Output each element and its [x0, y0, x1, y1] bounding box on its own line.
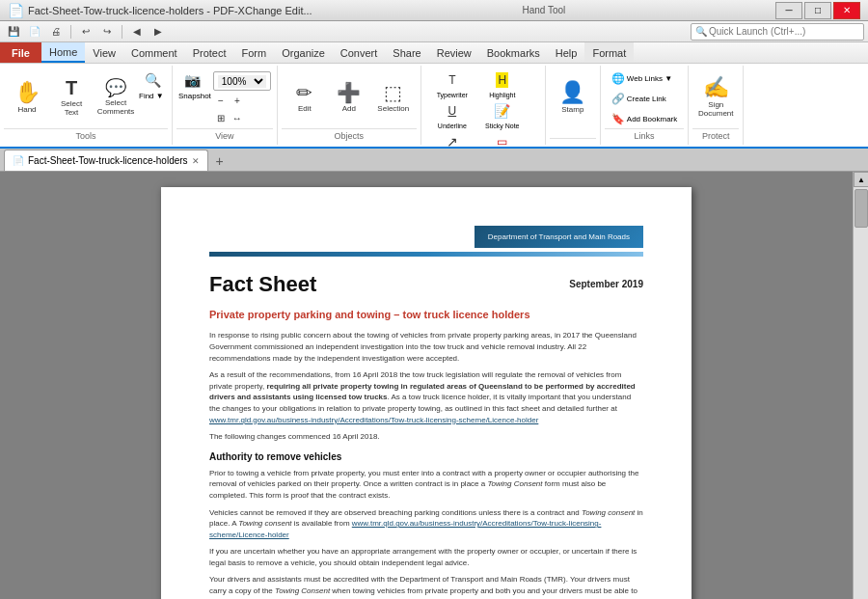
- menu-review[interactable]: Review: [429, 42, 479, 63]
- menu-help[interactable]: Help: [548, 42, 585, 63]
- typewriter-icon: T: [448, 73, 455, 87]
- quick-launch-search[interactable]: 🔍: [691, 23, 864, 41]
- qa-save-btn[interactable]: 💾: [4, 23, 23, 41]
- add-bookmark-button[interactable]: 🔖 Add Bookmark: [607, 110, 682, 128]
- pdf-title: Fact Sheet: [209, 270, 316, 300]
- underline-icon: U: [448, 104, 456, 118]
- ribbon-tools-content: ✋ Hand T SelectText 💬 SelectComments 🔍 F…: [4, 68, 168, 128]
- qa-undo-btn[interactable]: ↩: [76, 23, 95, 41]
- menu-bookmarks[interactable]: Bookmarks: [479, 42, 548, 63]
- quick-launch-input[interactable]: [709, 26, 844, 37]
- snapshot-button[interactable]: 📷: [178, 69, 205, 91]
- ribbon-objects-content: ✏ Edit ➕ Add ⬚ Selection: [282, 68, 417, 128]
- zoom-out-button[interactable]: −: [213, 93, 229, 108]
- doc-tab-close[interactable]: ✕: [192, 156, 200, 166]
- arrow-button[interactable]: ↗: [439, 131, 466, 149]
- qa-new-btn[interactable]: 📄: [25, 23, 44, 41]
- find-icon: 🔍: [145, 72, 161, 88]
- snapshot-icon: 📷: [184, 72, 201, 88]
- select-text-button[interactable]: T SelectText: [50, 69, 93, 125]
- select-comments-button[interactable]: 💬 SelectComments: [95, 69, 137, 125]
- create-link-button[interactable]: 🔗 Create Link: [607, 90, 671, 108]
- ribbon-group-tools: ✋ Hand T SelectText 💬 SelectComments 🔍 F…: [0, 66, 173, 145]
- typewriter-button[interactable]: T: [439, 69, 466, 91]
- sign-document-button[interactable]: ✍ SignDocument: [694, 69, 737, 125]
- hand-tool-button[interactable]: ✋ Hand: [6, 69, 48, 125]
- maximize-button[interactable]: □: [804, 2, 831, 19]
- fit-width-button[interactable]: ↔: [230, 110, 245, 125]
- ribbon-group-view: 📷 Snapshot 100% 75% 150% − + ⊞: [173, 66, 278, 145]
- vertical-scrollbar[interactable]: ▲ ▼: [853, 172, 868, 599]
- snapshot-label: Snapshot: [178, 92, 211, 100]
- rectangle-button[interactable]: ▭: [489, 131, 516, 149]
- pdf-para-6: If you are uncertain whether you have an…: [209, 546, 643, 568]
- pdf-link-1: www.tmr.qld.gov.au/business-industry/Acc…: [209, 416, 538, 424]
- zoom-in-button[interactable]: +: [230, 93, 245, 108]
- selection-button[interactable]: ⬚ Selection: [372, 69, 415, 125]
- scroll-up-button[interactable]: ▲: [854, 172, 868, 187]
- menu-comment[interactable]: Comment: [123, 42, 185, 63]
- pdf-logo: Department of Transport and Main Roads: [475, 226, 643, 248]
- zoom-controls: 100% 75% 150% − + ⊞ ↔: [213, 71, 271, 125]
- pdf-blue-bar: [209, 252, 643, 257]
- stamp-button[interactable]: 👤 Stamp: [552, 69, 594, 125]
- links-group-label: Links: [605, 128, 684, 143]
- pdf-para-5: Vehicles cannot be removed if they are o…: [209, 507, 643, 541]
- menu-format[interactable]: Format: [584, 42, 634, 63]
- close-button[interactable]: ✕: [833, 2, 860, 19]
- menu-file[interactable]: File: [0, 42, 41, 63]
- fit-page-button[interactable]: ⊞: [213, 110, 229, 125]
- app-icon: 📄: [8, 3, 24, 18]
- tool-mode-label: Hand Tool: [522, 5, 565, 15]
- scroll-thumb[interactable]: [854, 189, 868, 228]
- view-mode-buttons: ⊞ ↔: [213, 110, 271, 125]
- pdf-title-row: Fact Sheet September 2019: [209, 270, 643, 300]
- protect-group-label: Protect: [692, 128, 739, 143]
- zoom-buttons-row: − +: [213, 93, 271, 108]
- doc-tab-name: Fact-Sheet-Tow-truck-licence-holders: [28, 155, 188, 166]
- add-button[interactable]: ➕ Add: [328, 69, 370, 125]
- new-tab-button[interactable]: +: [210, 151, 230, 171]
- select-comments-label: SelectComments: [97, 98, 135, 116]
- menu-view[interactable]: View: [85, 42, 123, 63]
- qa-back-btn[interactable]: ◀: [127, 23, 147, 41]
- menu-share[interactable]: Share: [385, 42, 428, 63]
- qa-print-btn[interactable]: 🖨: [46, 23, 66, 41]
- menu-organize[interactable]: Organize: [274, 42, 333, 63]
- sticky-note-button[interactable]: 📝: [489, 100, 516, 122]
- web-links-row: 🌐 Web Links ▼: [607, 69, 677, 88]
- web-links-icon: 🌐: [611, 72, 625, 85]
- pdf-italic-2: Towing consent: [582, 508, 635, 517]
- selection-label: Selection: [377, 104, 409, 113]
- ribbon-group-stamp: 👤 Stamp: [546, 66, 601, 145]
- scroll-area[interactable]: Department of Transport and Main Roads F…: [0, 172, 853, 599]
- minimize-button[interactable]: ─: [775, 2, 802, 19]
- qa-redo-btn[interactable]: ↪: [97, 23, 117, 41]
- menu-bar: File Home View Comment Protect Form Orga…: [0, 42, 868, 64]
- qa-forward-btn[interactable]: ▶: [149, 23, 168, 41]
- pdf-document: Department of Transport and Main Roads F…: [161, 187, 692, 599]
- menu-home[interactable]: Home: [41, 42, 85, 63]
- sign-document-label: SignDocument: [698, 100, 733, 118]
- add-bookmark-label: Add Bookmark: [627, 115, 677, 123]
- quick-access-toolbar: 💾 📄 🖨 ↩ ↪ ◀ ▶ 🔍: [0, 21, 868, 42]
- menu-protect[interactable]: Protect: [185, 42, 234, 63]
- ribbon-group-links: 🌐 Web Links ▼ 🔗 Create Link 🔖 Add Bookma…: [601, 66, 689, 145]
- menu-convert[interactable]: Convert: [333, 42, 386, 63]
- qa-separator: [70, 25, 71, 39]
- zoom-box[interactable]: 100% 75% 150%: [213, 71, 271, 91]
- pdf-italic-3: Towing consent: [238, 519, 291, 528]
- zoom-select[interactable]: 100% 75% 150%: [218, 75, 266, 88]
- document-tab[interactable]: 📄 Fact-Sheet-Tow-truck-licence-holders ✕: [4, 150, 208, 171]
- pdf-date: September 2019: [569, 278, 643, 291]
- tools-group-label: Tools: [4, 128, 168, 143]
- find-button[interactable]: 🔍: [139, 69, 166, 91]
- underline-button[interactable]: U: [439, 100, 466, 122]
- menu-form[interactable]: Form: [234, 42, 275, 63]
- title-bar-left: 📄 Fact-Sheet-Tow-truck-licence-holders -…: [8, 3, 312, 18]
- web-links-button[interactable]: 🌐 Web Links ▼: [607, 69, 677, 88]
- typewriter-col: T Typewriter: [427, 69, 477, 98]
- doc-tab-icon: 📄: [13, 155, 24, 166]
- highlight-button[interactable]: H: [489, 69, 516, 91]
- edit-button[interactable]: ✏ Edit: [284, 69, 326, 125]
